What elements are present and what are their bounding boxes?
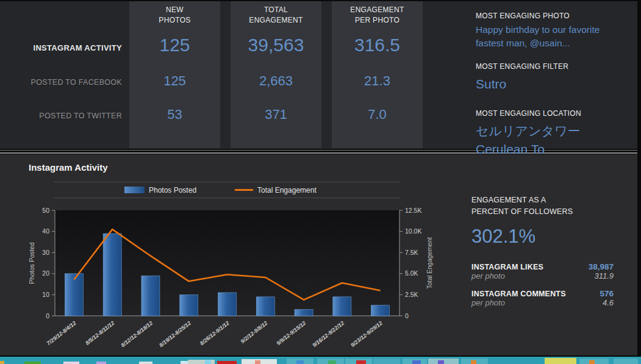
- stat-label: INSTAGRAM LIKES: [471, 263, 543, 271]
- right-axis-tick-label: 5.0K: [405, 269, 418, 277]
- x-axis-label: 9/2/12-9/8/12: [240, 320, 269, 345]
- most-engaging-photo-value-line1: Happy birthday to our favorite: [476, 24, 600, 35]
- photos-posted-bar[interactable]: [333, 297, 351, 316]
- engagement-percent-label: ENGAGEMENT AS A PERCENT OF FOLLOWERS: [471, 194, 614, 218]
- x-axis-label: 9/23/12-9/29/12: [349, 320, 384, 349]
- stat-value: 38,987: [589, 262, 614, 271]
- left-axis-tick-label: 20: [42, 269, 49, 277]
- taskbar-app-icon[interactable]: [356, 360, 366, 364]
- metric-value: 21.3: [332, 73, 423, 89]
- stat-instagram-likes: INSTAGRAM LIKES 38,987 per photo 311.9: [471, 262, 614, 280]
- photos-posted-bar[interactable]: [295, 310, 313, 316]
- column-header: TOTAL ENGAGEMENT: [231, 0, 321, 26]
- right-axis-tick-label: 10.0K: [405, 227, 421, 235]
- x-axis-label: 8/12/12-8/18/12: [120, 320, 154, 349]
- x-axis-label: 8/5/12-8/11/12: [84, 320, 115, 346]
- metric-value: 39,563: [231, 35, 321, 55]
- taskbar-app-icon[interactable]: [545, 358, 576, 364]
- top-edge: [0, 0, 641, 1]
- most-engaging-filter-value: Sutro: [476, 77, 506, 91]
- stat-label: INSTAGRAM COMMENTS: [471, 290, 566, 298]
- photos-posted-bar[interactable]: [141, 276, 160, 316]
- taskbar-app-icon[interactable]: [614, 359, 638, 364]
- most-engaging-photo-label: MOST ENGAGING PHOTO: [476, 12, 570, 20]
- taskbar-app-icon[interactable]: [0, 361, 4, 364]
- metric-value: 125: [129, 35, 220, 55]
- right-axis-tick-label: 7.5K: [405, 249, 418, 256]
- taskbar-app-icon[interactable]: [181, 361, 188, 364]
- x-axis-label: 8/26/12-9/1/12: [199, 320, 231, 347]
- taskbar-app-icon[interactable]: [438, 360, 444, 364]
- taskbar-app-icon[interactable]: [328, 360, 336, 364]
- chart-section-title: Instagram Activity: [29, 162, 108, 173]
- taskbar-app-icon[interactable]: [589, 360, 595, 364]
- stat-sub-label: per photo: [471, 298, 505, 307]
- right-axis-title: Total Engagement: [426, 237, 433, 289]
- row-label-posted-to-twitter: POSTED TO TWITTER: [0, 112, 122, 120]
- section-divider: [0, 149, 641, 154]
- metric-value: 2,663: [231, 73, 321, 89]
- line-swatch-icon: [235, 189, 253, 191]
- most-engaging-photo-value-line2: fastest man, @usain...: [476, 38, 570, 49]
- right-edge: [637, 0, 641, 355]
- photos-posted-bar[interactable]: [218, 293, 237, 316]
- photos-posted-bar[interactable]: [371, 305, 390, 316]
- taskbar-app-icon[interactable]: [412, 360, 421, 364]
- summary-section: INSTAGRAM ACTIVITY POSTED TO FACEBOOK PO…: [0, 0, 641, 149]
- taskbar-app-icon[interactable]: [205, 360, 211, 364]
- engagement-panel: ENGAGEMENT AS A PERCENT OF FOLLOWERS 302…: [471, 194, 614, 316]
- x-axis-label: 8/19/12-8/25/12: [158, 320, 192, 349]
- photos-posted-bar[interactable]: [256, 297, 274, 316]
- engagement-percent-value: 302.1%: [471, 226, 614, 248]
- metric-value: 125: [129, 73, 220, 89]
- windows-taskbar[interactable]: [0, 357, 641, 364]
- column-header: NEW PHOTOS: [129, 0, 220, 26]
- left-axis-tick-label: 40: [42, 227, 49, 235]
- engagement-stats: INSTAGRAM LIKES 38,987 per photo 311.9 I…: [471, 262, 614, 307]
- row-label-posted-to-facebook: POSTED TO FACEBOOK: [0, 78, 122, 87]
- left-axis-tick-label: 0: [46, 312, 49, 319]
- left-axis-tick-label: 50: [42, 207, 49, 214]
- taskbar-app-icon[interactable]: [24, 362, 41, 364]
- most-engaging-location-label: MOST ENGAGING LOCATION: [476, 109, 581, 118]
- stat-sub-label: per photo: [471, 271, 505, 280]
- metric-column-total-engagement: TOTAL ENGAGEMENT 39,563 2,663 371: [231, 0, 321, 148]
- left-axis-tick-label: 10: [42, 291, 49, 298]
- metric-value: 316.5: [332, 35, 423, 55]
- taskbar-app-icon[interactable]: [296, 360, 304, 364]
- photos-posted-bar[interactable]: [103, 234, 121, 316]
- photos-posted-bar[interactable]: [65, 274, 83, 316]
- stat-sub-value: 4.6: [603, 298, 614, 307]
- metric-column-engagement-per-photo: ENGAGEMENT PER PHOTO 316.5 21.3 7.0: [332, 0, 423, 148]
- x-axis-label: 7/29/12-8/4/12: [46, 320, 77, 347]
- right-axis-tick-label: 12.5K: [405, 207, 421, 214]
- left-axis-tick-label: 30: [42, 249, 49, 256]
- taskbar-app-icon[interactable]: [255, 360, 260, 364]
- combo-chart: 0102030405002.5K5.0K7.5K10.0K12.5K7/29/1…: [0, 192, 451, 355]
- taskbar-app-icon[interactable]: [63, 362, 79, 364]
- chart-section: Instagram Activity Photos Posted Total E…: [0, 154, 641, 355]
- taskbar-app-icon[interactable]: [96, 362, 106, 364]
- taskbar-app-icon[interactable]: [373, 359, 400, 364]
- taskbar-app-icon[interactable]: [139, 362, 152, 364]
- stat-value: 576: [600, 289, 614, 298]
- most-engaging-location-value-line1: セルリアンタワー: [476, 123, 580, 140]
- x-axis-label: 9/16/12-9/22/12: [311, 320, 345, 349]
- metric-value: 53: [129, 107, 220, 123]
- metric-value: 371: [231, 107, 321, 123]
- taskbar-app-icon[interactable]: [217, 361, 237, 364]
- metric-column-new-photos: NEW PHOTOS 125 125 53: [129, 0, 220, 148]
- dashboard-screen: INSTAGRAM ACTIVITY POSTED TO FACEBOOK PO…: [0, 0, 641, 364]
- stat-instagram-comments: INSTAGRAM COMMENTS 576 per photo 4.6: [471, 289, 614, 307]
- x-axis-label: 9/9/12-9/15/12: [275, 320, 307, 347]
- taskbar-app-icon[interactable]: [471, 360, 476, 364]
- column-header: ENGAGEMENT PER PHOTO: [332, 0, 423, 26]
- row-label-instagram-activity: INSTAGRAM ACTIVITY: [0, 43, 122, 52]
- photos-posted-bar[interactable]: [180, 294, 198, 316]
- right-axis-tick-label: 2.5K: [405, 291, 418, 298]
- metric-value: 7.0: [332, 107, 423, 123]
- stat-sub-value: 311.9: [594, 271, 614, 280]
- left-axis-title: Photos Posted: [28, 242, 35, 284]
- most-engaging-filter-label: MOST ENGAGING FILTER: [476, 62, 568, 71]
- most-engaging-location-value-line2: Cerulean To: [476, 142, 545, 157]
